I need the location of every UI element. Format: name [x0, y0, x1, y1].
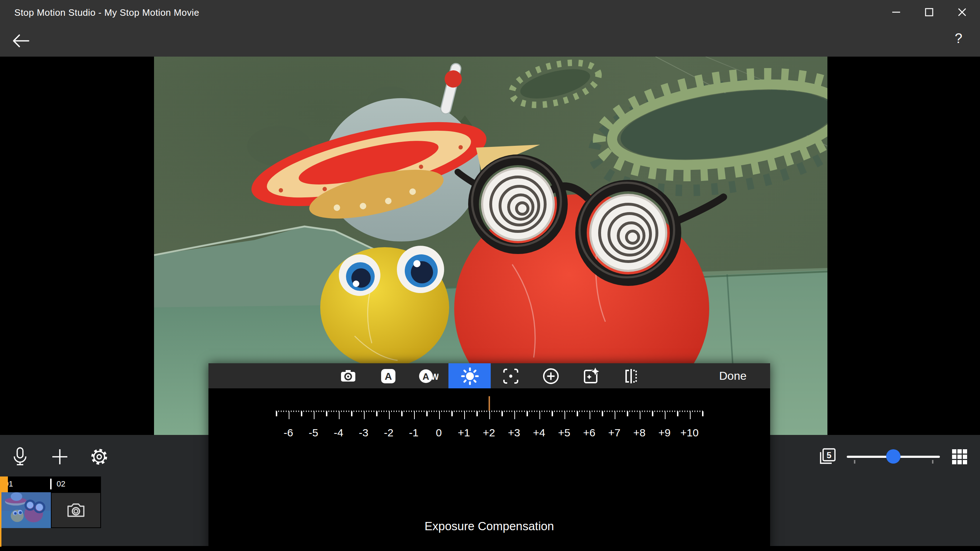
ruler-value-label: -5: [309, 426, 318, 438]
title-bar: Stop Motion Studio - My Stop Motion Movi…: [0, 0, 980, 24]
svg-text:A: A: [423, 371, 430, 382]
ruler-tick: [501, 411, 503, 416]
settings-button[interactable]: [90, 448, 108, 466]
ruler-tick: [665, 411, 665, 419]
close-icon: [958, 8, 966, 16]
microphone-icon: [11, 446, 29, 467]
camera-icon: [339, 366, 358, 385]
ruler-value-label: +8: [633, 426, 646, 438]
close-button[interactable]: [946, 0, 978, 24]
ruler-tick: [564, 411, 565, 419]
ruler-tick: [677, 411, 678, 416]
ruler-value-label: +5: [558, 426, 570, 438]
ruler-tick: [577, 411, 578, 416]
ruler-tick: [351, 411, 352, 416]
ruler-tick: [414, 411, 415, 419]
ruler-value-label: -3: [359, 426, 369, 438]
ruler-tick: [627, 411, 628, 416]
onion-skin-frames-icon: 5: [818, 446, 837, 467]
onion-skin-button[interactable]: 5: [818, 446, 837, 467]
ruler-tick: [652, 411, 653, 416]
ruler-tick: [364, 411, 364, 419]
done-button[interactable]: Done: [703, 363, 763, 389]
tool-auto-mode[interactable]: A: [368, 363, 408, 389]
ruler-value-label: +3: [508, 426, 520, 438]
ruler-tick: [288, 411, 290, 419]
ruler-value-label: -4: [334, 426, 344, 438]
app-window: Stop Motion Studio - My Stop Motion Movi…: [0, 0, 980, 551]
ruler-tick: [464, 411, 465, 419]
tool-zoom[interactable]: [531, 363, 571, 389]
ruler-value-label: +9: [659, 426, 671, 438]
minimize-button[interactable]: [880, 0, 913, 24]
ruler-tick: [640, 411, 640, 419]
back-arrow-icon: [11, 33, 30, 48]
svg-text:A: A: [385, 370, 392, 382]
tool-enhance[interactable]: [571, 363, 611, 389]
ruler-value-label: +1: [458, 426, 470, 438]
ruler-value-label: +4: [533, 426, 545, 438]
settings-gear-icon: [90, 448, 108, 466]
frame-1-thumbnail-image: [2, 492, 51, 528]
awb-icon: A W: [418, 366, 438, 385]
ruler-tick: [527, 411, 528, 416]
playhead-line: [0, 476, 2, 547]
maximize-button[interactable]: [913, 0, 946, 24]
ruler-value-label: +6: [583, 426, 595, 438]
add-plus-icon: [52, 449, 68, 465]
ruler-tick: [301, 411, 302, 416]
tool-focus[interactable]: [491, 363, 531, 389]
grid-overlay-button[interactable]: [951, 449, 968, 465]
capture-camera-icon: [67, 503, 85, 518]
capture-frame-button[interactable]: [51, 492, 101, 528]
grid-icon: [951, 449, 968, 465]
ruler-tick: [376, 411, 377, 416]
ruler-value-label: -6: [284, 426, 293, 438]
timeline-ruler[interactable]: 01 02: [0, 476, 101, 492]
ruler-tick: [389, 411, 390, 419]
minimize-icon: [892, 8, 900, 16]
camera-tools-bar: A A W: [208, 363, 770, 389]
ruler-tick: [514, 411, 515, 419]
tool-exposure-selected[interactable]: [449, 363, 491, 389]
ruler-value-label: +10: [681, 426, 699, 438]
frame-separator: [50, 479, 52, 489]
setting-caption: Exposure Compensation: [208, 519, 770, 533]
ruler-tick: [689, 411, 690, 419]
ruler-tick: [702, 411, 703, 416]
slider-tick: [854, 460, 855, 463]
ruler-tick: [451, 411, 452, 416]
ruler-value-label: +2: [483, 426, 495, 438]
onion-skin-slider[interactable]: [847, 449, 940, 464]
help-button[interactable]: ?: [950, 31, 967, 51]
exposure-marker[interactable]: [488, 396, 490, 410]
add-media-button[interactable]: [52, 449, 68, 465]
ruler-tick: [439, 411, 440, 419]
back-button[interactable]: [11, 33, 30, 48]
nav-bar: ?: [0, 24, 980, 57]
ruler-tick: [589, 411, 590, 419]
svg-text:W: W: [431, 372, 438, 381]
audio-record-button[interactable]: [11, 446, 29, 467]
ruler-tick: [339, 411, 340, 419]
ruler-tick: [326, 411, 327, 416]
slider-tick: [932, 460, 933, 463]
slider-thumb[interactable]: [886, 449, 900, 463]
ruler-tick: [552, 411, 553, 416]
image-sparkle-icon: [582, 366, 600, 385]
frame-number-label: 02: [57, 479, 65, 488]
tool-white-balance[interactable]: A W: [408, 363, 449, 389]
brightness-sun-icon: [460, 366, 479, 385]
ruler-tick: [614, 411, 616, 419]
ruler-tick: [476, 411, 477, 416]
window-title: Stop Motion Studio - My Stop Motion Movi…: [14, 7, 199, 18]
flip-mirror-icon: [622, 366, 640, 385]
frame-thumbnail-selected[interactable]: [2, 492, 51, 528]
ruler-tick: [489, 411, 490, 419]
tool-capture-mode[interactable]: [328, 363, 368, 389]
ruler-tick: [313, 411, 315, 419]
ruler-tick: [602, 411, 603, 416]
onion-skin-count: 5: [827, 450, 831, 460]
tool-flip[interactable]: [611, 363, 651, 389]
exposure-ruler[interactable]: -6-5-4-3-2-10+1+2+3+4+5+6+7+8+9+10: [276, 396, 703, 446]
